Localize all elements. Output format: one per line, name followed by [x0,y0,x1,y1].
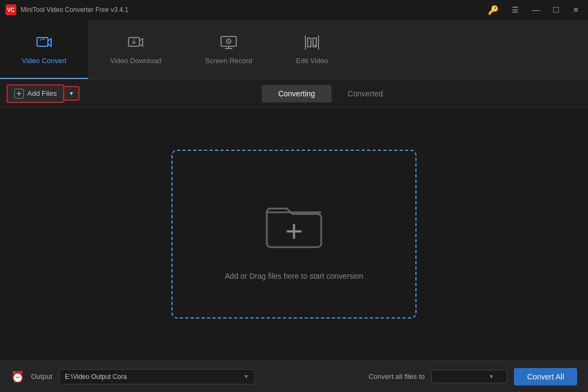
titlebar-controls: 🔑 ☰ — ☐ ✕ [485,4,583,16]
sidebar-item-screen-record[interactable]: Screen Record [183,20,274,79]
tabs-area: Converting Converted [79,85,581,102]
nav-label-video-convert: Video Convert [22,57,66,65]
drop-label: Add or Drag files here to start conversi… [225,272,363,280]
tab-converting[interactable]: Converting [262,85,332,102]
app-title: MiniTool Video Converter Free v3.4.1 [21,6,128,14]
output-path-selector[interactable]: E:\Video Output Cora ▼ [59,369,255,384]
title-bar-left: VC MiniTool Video Converter Free v3.4.1 [5,4,128,15]
nav-label-video-download: Video Download [110,57,161,65]
add-files-group: + Add Files ▼ [7,84,79,103]
toolbar: + Add Files ▼ Converting Converted [0,79,588,108]
add-files-plus-icon: + [14,89,24,99]
menu-button[interactable]: ☰ [509,4,522,15]
navbar: Video Convert Video Download Screen Reco… [0,20,588,79]
nav-label-edit-video: Edit Video [296,57,328,65]
output-path-value: E:\Video Output Cora [65,373,127,381]
svg-point-4 [228,41,229,42]
sidebar-item-edit-video[interactable]: Edit Video [274,20,350,79]
nav-label-screen-record: Screen Record [205,57,253,65]
minimize-button[interactable]: — [529,4,543,15]
convert-format-chevron-icon: ▼ [488,373,494,379]
video-convert-icon [35,34,53,53]
output-label: Output [31,372,52,381]
convert-all-button[interactable]: Convert All [514,368,577,385]
bottom-bar: ⏰ Output E:\Video Output Cora ▼ Convert … [0,360,588,392]
add-files-label: Add Files [27,89,57,97]
clock-icon: ⏰ [11,370,24,383]
video-download-icon [127,34,144,53]
add-files-button[interactable]: + Add Files [7,84,64,103]
sidebar-item-video-convert[interactable]: Video Convert [0,20,88,79]
edit-video-icon [303,34,321,53]
sidebar-item-video-download[interactable]: Video Download [88,20,183,79]
close-button[interactable]: ✕ [569,4,583,15]
app-logo: VC [5,4,16,15]
screen-record-icon [220,34,237,53]
output-path-chevron-icon: ▼ [243,373,249,379]
maximize-button[interactable]: ☐ [549,4,563,15]
main-content: Add or Drag files here to start conversi… [0,108,588,360]
logo-text: VC [7,7,15,13]
key-icon[interactable]: 🔑 [485,4,502,16]
convert-format-selector[interactable]: ▼ [431,370,507,383]
title-bar: VC MiniTool Video Converter Free v3.4.1 … [0,0,588,20]
convert-all-files-label: Convert all files to [369,372,425,381]
add-files-chevron-icon: ▼ [69,90,74,96]
folder-add-icon [259,188,329,261]
dropzone[interactable]: Add or Drag files here to start conversi… [171,150,416,318]
add-files-dropdown-button[interactable]: ▼ [64,86,79,101]
tab-converted[interactable]: Converted [332,85,400,102]
